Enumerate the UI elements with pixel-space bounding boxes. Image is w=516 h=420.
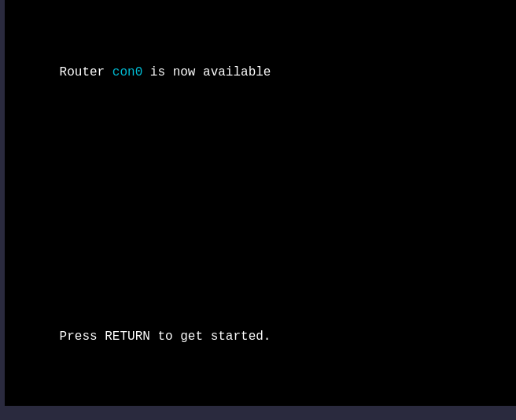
line-empty-2	[14, 195, 507, 214]
line-router-available: Router con0 is now available	[14, 44, 507, 101]
con0-text: con0	[112, 65, 142, 79]
line-empty-1	[14, 138, 507, 157]
available-text: is now available	[142, 65, 271, 79]
line-empty-3	[14, 252, 507, 271]
status-bar	[5, 406, 516, 420]
terminal-content: Router con0 is now available Press RETUR…	[14, 6, 507, 420]
press-return-text: Press RETURN to get started.	[60, 330, 271, 344]
terminal-window[interactable]: Router con0 is now available Press RETUR…	[0, 0, 516, 420]
router-text: Router	[60, 65, 112, 79]
line-press-return: Press RETURN to get started.	[14, 308, 507, 365]
